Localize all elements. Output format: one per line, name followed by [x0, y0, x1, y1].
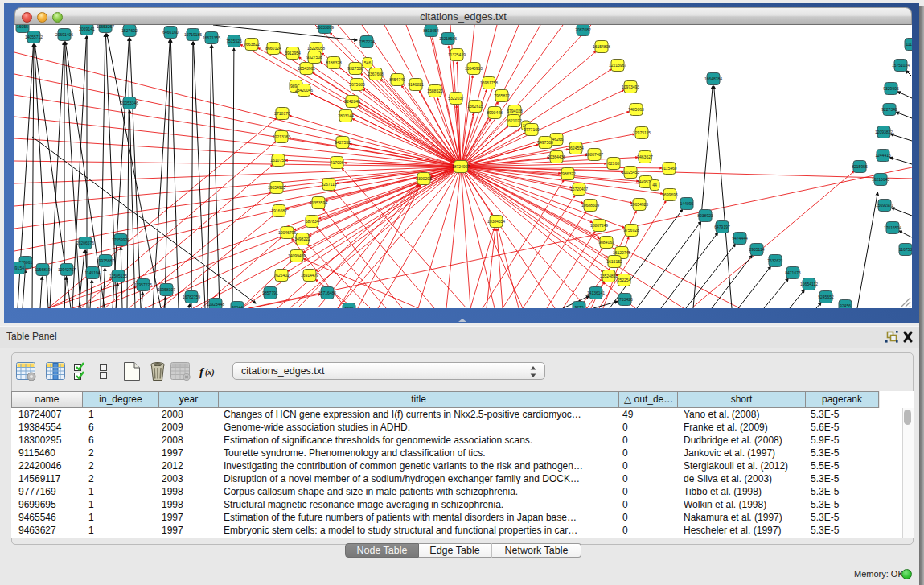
svg-text:2718170: 2718170	[274, 111, 290, 116]
svg-text:1916682: 1916682	[271, 208, 287, 213]
svg-text:1527602: 1527602	[121, 28, 138, 33]
svg-text:14136141: 14136141	[587, 290, 605, 295]
svg-text:2087682: 2087682	[575, 27, 591, 32]
svg-text:92344: 92344	[232, 305, 243, 308]
svg-text:20206576: 20206576	[76, 241, 94, 245]
svg-text:546: 546	[364, 60, 372, 65]
svg-text:13524851: 13524851	[600, 274, 618, 278]
svg-text:10046796: 10046796	[278, 230, 296, 235]
svg-text:39154: 39154	[14, 266, 24, 270]
svg-text:12942757: 12942757	[58, 267, 76, 272]
svg-text:8186328: 8186328	[326, 60, 342, 65]
svg-text:16154808: 16154808	[593, 44, 610, 49]
svg-text:1145194: 1145194	[84, 270, 100, 275]
svg-text:9115460: 9115460	[661, 166, 676, 171]
svg-text:9245652: 9245652	[818, 295, 834, 299]
svg-text:9273: 9273	[574, 305, 583, 308]
svg-text:9756928: 9756928	[623, 228, 639, 233]
svg-text:19654923: 19654923	[630, 202, 648, 207]
svg-text:f: f	[199, 365, 205, 378]
svg-text:16120746: 16120746	[613, 250, 630, 255]
svg-text:12505135: 12505135	[109, 274, 127, 278]
svg-text:9427552: 9427552	[335, 140, 351, 145]
svg-text:1362615: 1362615	[467, 104, 483, 109]
svg-text:14099459: 14099459	[288, 253, 306, 258]
svg-text:1588520: 1588520	[427, 89, 443, 93]
svg-text:8471676: 8471676	[785, 270, 801, 275]
svg-text:44: 44	[652, 183, 657, 187]
svg-text:20691406: 20691406	[55, 32, 73, 37]
svg-text:16033809: 16033809	[316, 25, 334, 30]
svg-text:3912954: 3912954	[285, 51, 301, 56]
svg-text:16055: 16055	[17, 25, 28, 29]
svg-text:8660124: 8660124	[265, 46, 281, 51]
svg-text:15720407: 15720407	[570, 187, 588, 192]
svg-text:19218506: 19218506	[439, 36, 457, 41]
svg-text:9146821: 9146821	[408, 82, 424, 87]
svg-text:92456: 92456	[840, 303, 851, 308]
svg-text:16543962: 16543962	[298, 66, 315, 71]
svg-text:9329906: 9329906	[883, 86, 899, 91]
svg-text:8215955: 8215955	[852, 164, 868, 169]
svg-text:144095: 144095	[680, 201, 694, 206]
svg-text:7632621: 7632621	[767, 258, 783, 263]
svg-text:16210643: 16210643	[872, 177, 889, 182]
svg-text:13640910: 13640910	[465, 66, 483, 71]
svg-text:10958107: 10958107	[158, 287, 175, 292]
svg-text:7955812: 7955812	[494, 93, 510, 98]
svg-text:15692971: 15692971	[876, 203, 893, 208]
svg-text:20364436: 20364436	[548, 154, 565, 159]
svg-text:3624554: 3624554	[568, 146, 584, 150]
svg-text:7986322: 7986322	[560, 171, 576, 176]
svg-text:8938923: 8938923	[697, 213, 713, 218]
svg-text:7357224: 7357224	[359, 39, 375, 44]
svg-text:7515526: 7515526	[226, 39, 242, 43]
svg-text:5322037: 5322037	[448, 96, 464, 101]
svg-text:12975115: 12975115	[633, 130, 651, 135]
svg-text:9474444: 9474444	[732, 236, 748, 241]
svg-text:18724007: 18724007	[452, 164, 470, 169]
svg-text:16648784: 16648784	[704, 76, 722, 81]
svg-text:10973493: 10973493	[622, 84, 639, 89]
svg-text:9857791: 9857791	[262, 290, 278, 295]
svg-text:11325419: 11325419	[448, 52, 466, 57]
svg-text:6497508: 6497508	[537, 140, 553, 145]
svg-text:2069141: 2069141	[79, 27, 95, 31]
svg-text:10654112: 10654112	[800, 282, 818, 286]
svg-text:16782759: 16782759	[183, 295, 200, 299]
svg-text:16671355: 16671355	[203, 35, 220, 40]
svg-text:8990448: 8990448	[487, 110, 503, 115]
svg-text:17016504: 17016504	[884, 225, 901, 230]
svg-text:10807487: 10807487	[585, 152, 603, 157]
svg-text:7663822: 7663822	[244, 42, 260, 47]
svg-text:2935114: 2935114	[749, 247, 764, 252]
svg-text:417006: 417006	[331, 160, 344, 165]
svg-text:10025453: 10025453	[622, 170, 639, 175]
svg-text:23420046: 23420046	[295, 88, 313, 93]
svg-text:3498222: 3498222	[294, 237, 310, 241]
svg-text:14055712: 14055712	[25, 35, 43, 39]
svg-text:17559924: 17559924	[112, 237, 129, 242]
svg-text:9463627: 9463627	[637, 154, 653, 159]
svg-text:6466160: 6466160	[162, 30, 179, 35]
svg-text:19975887: 19975887	[97, 258, 114, 263]
svg-text:10653267: 10653267	[97, 25, 114, 29]
svg-text:2803144: 2803144	[338, 113, 354, 118]
svg-text:20053346: 20053346	[121, 101, 138, 105]
svg-text:12923448: 12923448	[207, 302, 224, 307]
svg-text:1244415: 1244415	[875, 153, 891, 158]
svg-text:62160: 62160	[608, 161, 619, 166]
svg-text:9777169: 9777169	[524, 127, 540, 132]
svg-text:2367608: 2367608	[368, 72, 384, 76]
svg-text:587834: 587834	[306, 219, 319, 224]
svg-text:6794028: 6794028	[507, 109, 523, 113]
svg-text:252254: 252254	[618, 278, 631, 282]
svg-text:1615152: 1615152	[606, 259, 622, 264]
svg-text:8813054: 8813054	[423, 28, 439, 33]
svg-text:12213363: 12213363	[273, 134, 290, 139]
svg-text:9227342: 9227342	[881, 107, 897, 112]
svg-text:116753: 116753	[899, 247, 912, 252]
svg-text:9242848: 9242848	[344, 99, 360, 104]
svg-text:15716485: 15716485	[318, 290, 336, 295]
svg-text:6479197: 6479197	[714, 225, 730, 229]
